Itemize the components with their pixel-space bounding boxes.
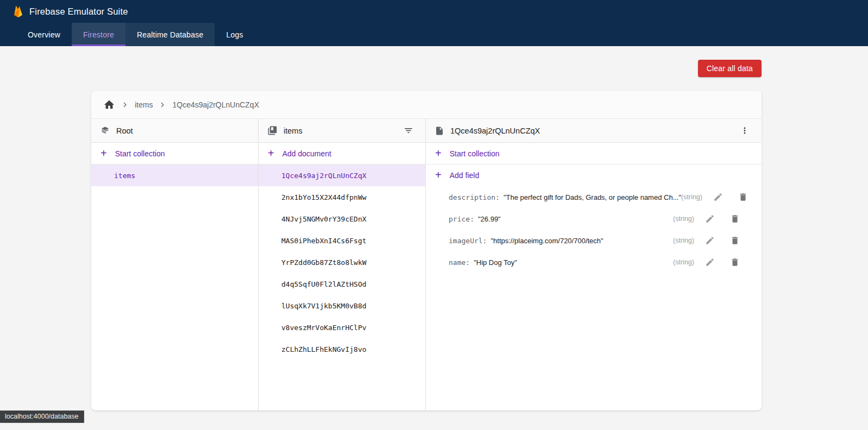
add-field-button[interactable]: + Add field xyxy=(426,165,762,186)
collection-panel-header: items xyxy=(259,119,425,143)
plus-icon: + xyxy=(268,148,274,159)
field-row: name: "Hip Dog Toy" (string) xyxy=(426,251,762,273)
edit-field-button[interactable] xyxy=(702,232,718,249)
field-row: description: "The perfect gift for Dads,… xyxy=(426,186,762,208)
tab-logs[interactable]: Logs xyxy=(215,23,254,46)
start-collection-label: Start collection xyxy=(450,149,500,158)
firestore-columns: Root + Start collection items xyxy=(91,119,762,410)
collection-panel: items + Add document 1Qce4s9aj2rQLnUnCZq… xyxy=(259,119,426,410)
firebase-logo-icon xyxy=(13,5,23,18)
edit-field-button[interactable] xyxy=(710,189,726,205)
home-icon[interactable] xyxy=(103,99,115,111)
document-row[interactable]: MAS0iPhebXnI4Cs6Fsgt xyxy=(259,230,425,251)
chevron-right-icon xyxy=(120,100,130,110)
plus-icon: + xyxy=(435,169,442,180)
tab-firestore[interactable]: Firestore xyxy=(72,23,125,46)
plus-icon: + xyxy=(100,148,107,159)
document-row[interactable]: 1Qce4s9aj2rQLnUnCZqX xyxy=(259,165,425,186)
filter-documents-button[interactable] xyxy=(400,123,417,139)
field-type: (string) xyxy=(673,237,694,244)
plus-icon: + xyxy=(435,148,442,159)
document-row[interactable]: YrPZdd0Gb87Zt8o8lwkW xyxy=(259,251,425,273)
collection-icon xyxy=(267,125,278,136)
add-field-label: Add field xyxy=(450,171,479,180)
field-type: (string) xyxy=(673,258,694,266)
firestore-root-icon xyxy=(100,125,110,136)
status-url: localhost:4000/database xyxy=(0,410,84,423)
delete-field-button[interactable] xyxy=(727,232,743,249)
document-row[interactable]: zCLhZhLLFhEkNGvIj8vo xyxy=(259,338,425,360)
add-document-button[interactable]: + Add document xyxy=(259,143,425,165)
field-row: price: "26.99" (string) xyxy=(426,208,762,230)
field-row: imageUrl: "https://placeimg.com/720/700/… xyxy=(426,230,762,251)
root-panel-header: Root xyxy=(91,119,258,143)
app-title: Firebase Emulator Suite xyxy=(29,7,128,17)
document-row[interactable]: v8veszMrVoKaEnrHClPv xyxy=(259,317,425,338)
start-collection-label: Start collection xyxy=(115,149,165,158)
add-document-label: Add document xyxy=(282,149,331,158)
field-name: description: xyxy=(449,193,500,201)
document-row[interactable]: d4q5SqfU0Fl2lAZtHSOd xyxy=(259,273,425,295)
document-panel: 1Qce4s9aj2rQLnUnCZqX + Start collection … xyxy=(426,119,762,410)
main-content: Clear all data items 1Qce4s9aj2rQLnUnCZq… xyxy=(91,60,762,410)
delete-field-button[interactable] xyxy=(727,254,743,270)
document-panel-title: 1Qce4s9aj2rQLnUnCZqX xyxy=(450,127,540,135)
edit-field-button[interactable] xyxy=(702,254,718,270)
breadcrumb: items 1Qce4s9aj2rQLnUnCZqX xyxy=(91,91,762,119)
document-row[interactable]: lUsqXk7V1jkb5KM0vB8d xyxy=(259,295,425,317)
kebab-menu-button[interactable] xyxy=(737,123,753,139)
tab-overview[interactable]: Overview xyxy=(16,23,72,46)
start-collection-button[interactable]: + Start collection xyxy=(426,143,762,165)
field-type: (string) xyxy=(681,193,702,201)
start-collection-button[interactable]: + Start collection xyxy=(91,143,258,165)
document-panel-header: 1Qce4s9aj2rQLnUnCZqX xyxy=(426,119,762,143)
collection-panel-title: items xyxy=(284,127,303,135)
top-bar: Firebase Emulator Suite Overview Firesto… xyxy=(0,0,868,46)
clear-all-data-button[interactable]: Clear all data xyxy=(698,60,762,77)
chevron-right-icon xyxy=(158,100,167,110)
field-list: description: "The perfect gift for Dads,… xyxy=(426,186,762,273)
nav-tabs: Overview Firestore Realtime Database Log… xyxy=(0,23,868,46)
field-name: price: xyxy=(449,215,474,223)
field-type: (string) xyxy=(673,215,694,223)
field-name: imageUrl: xyxy=(449,237,487,245)
tab-realtime-database[interactable]: Realtime Database xyxy=(125,23,215,46)
document-row[interactable]: 2nx1bYo15X2X44dfpnWw xyxy=(259,186,425,208)
delete-field-button[interactable] xyxy=(727,211,743,227)
field-value: "The perfect gift for Dads, Grads, or pe… xyxy=(504,193,681,201)
field-value: "https://placeimg.com/720/700/tech" xyxy=(490,237,603,245)
field-value: "Hip Dog Toy" xyxy=(474,258,517,267)
edit-field-button[interactable] xyxy=(702,211,718,227)
collection-row-items[interactable]: items xyxy=(91,165,258,186)
root-panel-title: Root xyxy=(116,127,133,135)
breadcrumb-collection[interactable]: items xyxy=(135,100,153,109)
document-row[interactable]: 4NJvj5NGMv0rY39cEDnX xyxy=(259,208,425,230)
document-icon xyxy=(435,126,444,136)
field-name: name: xyxy=(449,258,470,267)
root-panel: Root + Start collection items xyxy=(91,119,259,410)
breadcrumb-document[interactable]: 1Qce4s9aj2rQLnUnCZqX xyxy=(172,100,259,109)
delete-field-button[interactable] xyxy=(735,189,751,205)
field-value: "26.99" xyxy=(478,215,501,223)
firestore-panel-card: items 1Qce4s9aj2rQLnUnCZqX xyxy=(91,91,762,410)
